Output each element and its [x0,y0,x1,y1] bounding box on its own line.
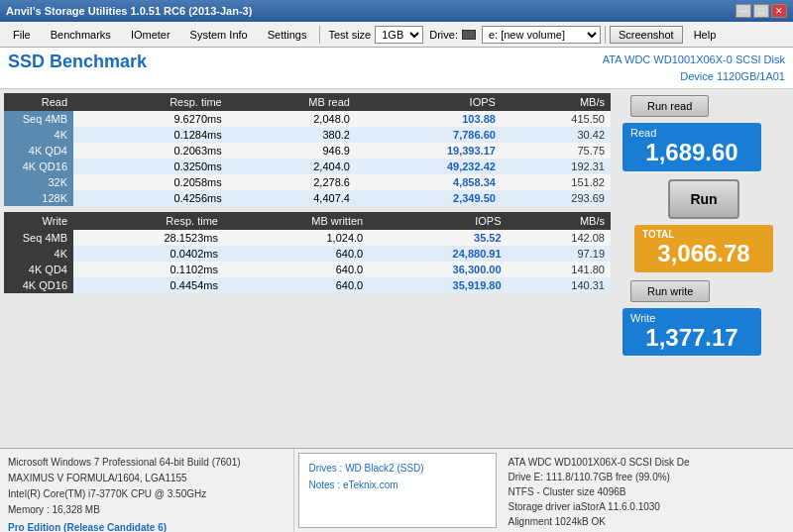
menu-file[interactable]: File [4,26,40,44]
total-score-label: TOTAL [642,229,765,240]
mbps-col-header: MB/s [502,93,611,111]
drive-info-detail: Storage driver iaStorA 11.6.0.1030 [509,499,786,514]
close-button[interactable]: ✕ [771,4,787,18]
read-row: Run read [623,95,785,117]
drive-icon [462,30,476,40]
write-table-row: 4K 0.0402ms 640.0 24,880.91 97.19 [4,246,611,262]
drive-group: Drive: e: [new volume] [429,26,601,44]
test-size-group: Test size 1GB [328,26,423,44]
read-row-mbps: 30.42 [502,127,611,143]
drive-info-detail: NTFS - Cluster size 4096B [509,484,786,499]
total-score-value: 3,066.78 [642,240,765,268]
read-table: Read Resp. time MB read IOPS MB/s Seq 4M… [4,93,611,206]
read-score-value: 1,689.60 [630,139,753,167]
drive-info-detail: Alignment 1024kB OK [509,514,786,529]
write-section: Run write Write 1,377.17 [623,280,785,357]
write-score-value: 1,377.17 [630,324,753,353]
read-row-label: 128K [4,190,73,206]
write-score-label: Write [630,312,753,324]
write-table-row: 4K QD4 0.1102ms 640.0 36,300.00 141.80 [4,262,611,277]
run-button[interactable]: Run [668,179,738,219]
read-row-iops: 49,232.42 [356,159,502,174]
read-table-row: 4K QD4 0.2063ms 946.9 19,393.17 75.75 [4,143,611,159]
mb-written-col-header: MB written [224,212,369,230]
write-row-mb: 640.0 [224,277,369,293]
read-table-row: 4K 0.1284ms 380.2 7,786.60 30.42 [4,127,611,143]
read-row-iops: 2,349.50 [356,190,502,206]
mb-read-col-header: MB read [228,93,356,111]
benchmark-tables: Read Resp. time MB read IOPS MB/s Seq 4M… [0,89,615,448]
pro-edition-label: Pro Edition (Release Candidate 6) [8,520,285,532]
read-score-box: Read 1,689.60 [623,123,761,171]
write-table-row: 4K QD16 0.4454ms 640.0 35,919.80 140.31 [4,277,611,293]
read-col-header: Read [4,93,73,111]
read-row-mb: 4,407.4 [228,190,356,206]
write-col-header: Write [4,212,73,230]
maximize-button[interactable]: □ [753,4,769,18]
read-row-mb: 946.9 [228,143,356,159]
read-row-resp: 0.4256ms [73,190,228,206]
write-row-mbps: 140.31 [508,277,611,293]
write-row-iops: 35,919.80 [369,277,507,293]
read-row-resp: 0.3250ms [73,159,228,174]
notes-label: Notes : eTeknix.com [309,477,486,493]
menu-benchmarks[interactable]: Benchmarks [42,26,120,44]
menu-help[interactable]: Help [685,26,726,44]
ssd-header: SSD Benchmark ATA WDC WD1001X06X-0 SCSI … [0,48,793,89]
read-row-iops: 4,858.34 [356,174,502,190]
right-panel: Run read Read 1,689.60 Run TOTAL 3,066.7… [615,89,793,448]
sys-info-line: Intel(R) Core(TM) i7-3770K CPU @ 3.50GHz [8,486,285,502]
write-row-iops: 36,300.00 [369,262,507,277]
separator-2 [605,26,606,44]
read-row-mbps: 293.69 [502,190,611,206]
test-size-label: Test size [328,29,371,41]
bottom-drives-info: Drives : WD Black2 (SSD) Notes : eTeknix… [298,453,497,528]
menu-settings[interactable]: Settings [259,26,316,44]
write-table: Write Resp. time MB written IOPS MB/s Se… [4,212,611,293]
title-bar: Anvil's Storage Utilities 1.0.51 RC6 (20… [0,0,793,22]
drives-label: Drives : WD Black2 (SSD) [309,460,486,477]
write-row-mb: 1,024.0 [224,230,369,246]
minimize-button[interactable]: — [736,4,751,18]
read-table-row: 128K 0.4256ms 4,407.4 2,349.50 293.69 [4,190,611,206]
read-row-mb: 2,048.0 [228,111,356,127]
read-row-resp: 0.2063ms [73,143,228,159]
read-table-row: Seq 4MB 9.6270ms 2,048.0 103.88 415.50 [4,111,611,127]
read-row-mb: 2,404.0 [228,159,356,174]
drive-select[interactable]: e: [new volume] [482,26,601,44]
screenshot-button[interactable]: Screenshot [610,26,683,44]
write-row-mbps: 141.80 [508,262,611,277]
drive-info-line2: Device 1120GB/1A01 [603,68,785,85]
read-row-iops: 19,393.17 [356,143,502,159]
sys-info-line: MAXIMUS V FORMULA/1604, LGA1155 [8,471,285,486]
drive-info-detail: ATA WDC WD1001X06X-0 SCSI Disk De [509,455,786,470]
drive-info: ATA WDC WD1001X06X-0 SCSI Disk Device 11… [603,52,785,84]
content-area: Read Resp. time MB read IOPS MB/s Seq 4M… [0,89,793,448]
write-row-resp: 28.1523ms [73,230,224,246]
read-row-label: 32K [4,174,73,190]
run-read-button[interactable]: Run read [630,95,709,117]
run-write-button[interactable]: Run write [630,280,710,302]
menu-system-info[interactable]: System Info [181,26,257,44]
read-row-resp: 0.2058ms [73,174,228,190]
write-row-iops: 35.52 [369,230,507,246]
read-row-label: 4K [4,127,73,143]
test-size-select[interactable]: 1GB [375,26,423,44]
read-row-mbps: 151.82 [502,174,611,190]
read-row-label: 4K QD16 [4,159,73,174]
window-title: Anvil's Storage Utilities 1.0.51 RC6 (20… [6,5,252,17]
write-row-mbps: 142.08 [508,230,611,246]
run-section: Run TOTAL 3,066.78 [623,179,785,272]
ssd-title: SSD Benchmark [8,52,147,72]
menu-iometer[interactable]: IOmeter [122,26,179,44]
iops-col-header: IOPS [356,93,502,111]
write-mbps-col-header: MB/s [508,212,611,230]
bottom-bar: Microsoft Windows 7 Professional 64-bit … [0,448,793,532]
read-row-mbps: 192.31 [502,159,611,174]
write-row: Run write [623,280,785,302]
total-score-box: TOTAL 3,066.78 [634,225,773,272]
write-row-label: 4K QD4 [4,262,73,277]
write-row-mb: 640.0 [224,262,369,277]
read-row-iops: 103.88 [356,111,502,127]
read-row-mb: 2,278.6 [228,174,356,190]
